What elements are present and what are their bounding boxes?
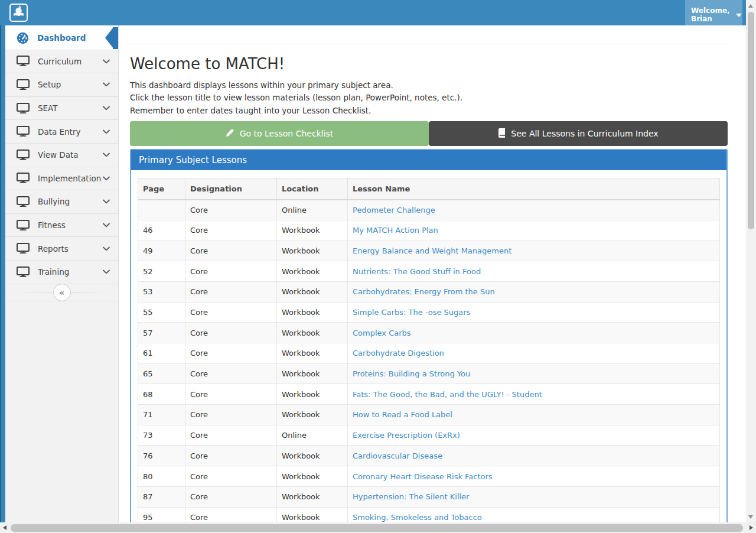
sidebar-item-label: Reports xyxy=(38,244,69,254)
designation-cell: Core xyxy=(185,281,277,302)
scroll-right-arrow[interactable] xyxy=(750,525,753,530)
lesson-name-cell: Proteins: Building a Strong You xyxy=(348,363,720,384)
horizontal-scrollbar[interactable] xyxy=(0,522,756,533)
match-logo[interactable] xyxy=(9,4,28,22)
top-navbar xyxy=(0,0,746,25)
sidebar-item-reports[interactable]: Reports xyxy=(5,237,118,261)
chevron-down-icon xyxy=(736,14,742,17)
lesson-link[interactable]: Nutrients: The Good Stuff in Food xyxy=(353,267,481,276)
curriculum-index-button[interactable]: See All Lessons in Curriculum Index xyxy=(429,121,728,146)
designation-cell: Core xyxy=(185,323,277,343)
designation-cell: Core xyxy=(185,240,277,261)
column-header-page: Page xyxy=(138,178,185,200)
sidebar-item-data-entry[interactable]: Data Entry xyxy=(5,120,118,144)
sidebar-item-label: Curriculum xyxy=(38,57,82,66)
designation-cell: Core xyxy=(185,343,277,364)
lesson-link[interactable]: Cardiovascular Disease xyxy=(353,451,442,460)
chevron-down-icon xyxy=(103,246,110,251)
sidebar-item-bullying[interactable]: Bullying xyxy=(5,190,118,214)
lesson-checklist-button[interactable]: Go to Lesson Checklist xyxy=(130,121,429,146)
page-cell: 46 xyxy=(138,220,185,240)
page-title: Welcome to MATCH! xyxy=(130,55,728,73)
lesson-link[interactable]: Simple Carbs: The -ose Sugars xyxy=(353,308,470,317)
lesson-name-cell: Complex Carbs xyxy=(348,323,720,343)
monitor-icon xyxy=(17,150,30,161)
chevron-down-icon xyxy=(103,152,110,157)
lesson-name-cell: Coronary Heart Disease Risk Factors xyxy=(348,466,720,487)
vertical-scrollbar-thumb[interactable] xyxy=(748,12,754,229)
left-accent-strip xyxy=(0,25,5,522)
designation-cell: Core xyxy=(185,466,277,487)
chevron-down-icon xyxy=(103,199,110,204)
lesson-link[interactable]: Smoking, Smokeless and Tobacco xyxy=(353,513,482,522)
intro-text: This dashboard displays lessons within y… xyxy=(130,79,728,117)
lesson-name-cell: Cardiovascular Disease xyxy=(348,446,720,466)
sidebar-item-seat[interactable]: SEAT xyxy=(5,97,118,121)
page-cell: 52 xyxy=(138,261,185,282)
lesson-link[interactable]: Energy Balance and Weight Management xyxy=(353,246,511,255)
location-cell: Workbook xyxy=(277,507,348,522)
lesson-name-cell: Smoking, Smokeless and Tobacco xyxy=(348,507,720,522)
monitor-icon xyxy=(17,266,30,278)
chevron-down-icon xyxy=(103,82,110,87)
lessons-panel: Primary Subject Lessons Page Designation… xyxy=(130,149,728,522)
panel-body: Page Designation Location Lesson Name Co… xyxy=(131,170,726,522)
designation-cell: Core xyxy=(185,261,277,282)
scroll-down-arrow[interactable] xyxy=(748,515,753,519)
sidebar-item-label: Setup xyxy=(38,80,61,89)
page-cell: 87 xyxy=(138,486,185,507)
lesson-link[interactable]: Proteins: Building a Strong You xyxy=(353,369,470,378)
lesson-link[interactable]: Fats: The Good, the Bad, and the UGLY! -… xyxy=(353,390,542,399)
button-label: Go to Lesson Checklist xyxy=(240,129,334,138)
lesson-link[interactable]: Exercise Prescription (ExRx) xyxy=(353,431,460,440)
book-icon xyxy=(498,128,506,139)
main-content: Welcome to MATCH! This dashboard display… xyxy=(119,25,746,522)
chevron-down-icon xyxy=(103,106,110,110)
app-root: Welcome, Brian DashboardCurriculumSetupS… xyxy=(0,0,756,533)
lesson-link[interactable]: How to Read a Food Label xyxy=(353,410,452,419)
sidebar-item-dashboard[interactable]: Dashboard xyxy=(5,27,118,50)
lesson-name-cell: Exercise Prescription (ExRx) xyxy=(348,425,720,446)
chevron-down-icon xyxy=(103,59,110,64)
sidebar-item-fitness[interactable]: Fitness xyxy=(5,214,118,238)
monitor-icon xyxy=(17,196,30,207)
sidebar-collapse-button[interactable]: « xyxy=(53,284,71,301)
lesson-link[interactable]: Hypertension: The Silent Killer xyxy=(353,492,469,501)
location-cell: Workbook xyxy=(277,220,348,240)
page-cell xyxy=(138,200,185,220)
lesson-link[interactable]: My MATCH Action Plan xyxy=(353,226,438,235)
lesson-link[interactable]: Pedometer Challenge xyxy=(353,206,435,214)
lesson-link[interactable]: Carbohydrates: Energy From the Sun xyxy=(353,287,495,296)
intro-line: This dashboard displays lessons within y… xyxy=(130,79,728,92)
chevron-down-icon xyxy=(103,176,110,181)
sidebar-item-implementation[interactable]: Implementation xyxy=(5,167,118,191)
vertical-scrollbar[interactable] xyxy=(746,0,756,522)
location-cell: Workbook xyxy=(277,363,348,384)
location-cell: Workbook xyxy=(277,446,348,466)
table-row: 95CoreWorkbookSmoking, Smokeless and Tob… xyxy=(138,507,720,522)
monitor-icon xyxy=(17,56,30,67)
lesson-name-cell: My MATCH Action Plan xyxy=(348,220,720,240)
scroll-up-arrow[interactable] xyxy=(748,4,753,8)
sidebar-item-curriculum[interactable]: Curriculum xyxy=(5,50,118,74)
scroll-left-arrow[interactable] xyxy=(3,525,6,530)
sidebar-item-view-data[interactable]: View Data xyxy=(5,144,118,167)
sidebar-item-training[interactable]: Training xyxy=(5,261,118,284)
table-row: 80CoreWorkbookCoronary Heart Disease Ris… xyxy=(138,466,720,487)
lesson-link[interactable]: Coronary Heart Disease Risk Factors xyxy=(353,472,493,481)
table-row: 76CoreWorkbookCardiovascular Disease xyxy=(138,446,720,466)
table-row: 52CoreWorkbookNutrients: The Good Stuff … xyxy=(138,261,720,282)
lesson-link[interactable]: Carbohydrate Digestion xyxy=(353,349,444,358)
sidebar: DashboardCurriculumSetupSEATData EntryVi… xyxy=(5,25,119,522)
table-row: 46CoreWorkbookMy MATCH Action Plan xyxy=(138,220,720,240)
horizontal-scrollbar-thumb[interactable] xyxy=(11,524,743,532)
sidebar-item-setup[interactable]: Setup xyxy=(5,73,118,97)
sidebar-item-label: Fitness xyxy=(38,220,66,230)
lesson-link[interactable]: Complex Carbs xyxy=(353,329,411,337)
lessons-table-body: CoreOnlinePedometer Challenge46CoreWorkb… xyxy=(138,200,720,522)
monitor-icon xyxy=(17,103,30,114)
designation-cell: Core xyxy=(185,220,277,240)
monitor-icon xyxy=(17,220,30,231)
designation-cell: Core xyxy=(185,446,277,466)
user-menu[interactable]: Welcome, Brian xyxy=(685,0,742,27)
